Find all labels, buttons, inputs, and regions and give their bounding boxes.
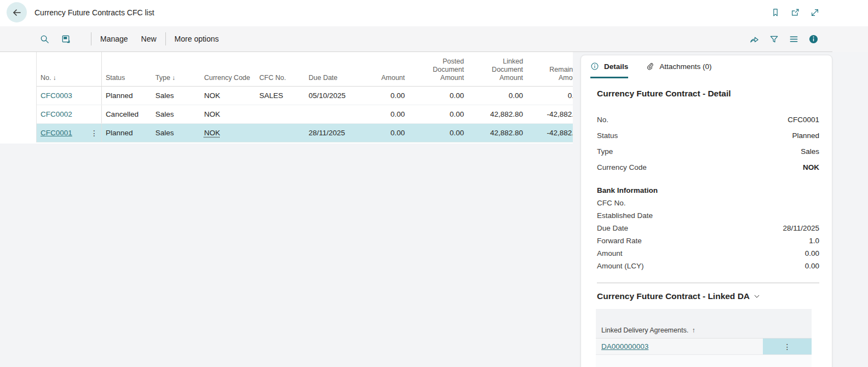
status-cell: Planned [102,129,152,137]
field-row: Status Planned [597,128,819,144]
field-value: CFC0001 [787,116,819,124]
field-label: Established Date [597,211,653,220]
currency-code-cell: NOK [200,110,256,118]
expand-icon[interactable] [810,8,820,18]
type-cell: Sales [152,129,200,137]
da-record-link[interactable]: DA000000003 [601,342,648,351]
table-row[interactable]: CFC0003 Planned Sales NOK SALES 05/10/20… [37,87,573,105]
search-icon[interactable] [39,34,50,44]
analyze-icon[interactable] [61,34,71,44]
bookmark-icon[interactable] [771,8,780,18]
due-date-cell: 05/10/2025 [305,91,364,100]
tab-details[interactable]: Details [590,62,628,78]
posted-document-amount-cell: 0.00 [405,91,464,100]
column-header-posted-document-amount[interactable]: Posted Document Amount [405,58,464,86]
due-date-cell: 28/11/2025 [305,129,364,137]
field-value: 1.0 [809,237,819,245]
sort-asc-icon: ↑ [692,326,695,334]
linked-da-table: Linked Delivery Agreements. ↑ DA00000000… [596,309,812,367]
field-row: Amount 0.00 [597,247,819,260]
field-label: CFC No. [597,199,626,207]
type-cell: Sales [152,91,200,100]
remaining-amount-cell: -42,882.80 [523,110,573,118]
manage-menu[interactable]: Manage [100,35,128,43]
open-in-new-window-icon[interactable] [790,8,800,18]
currency-drilldown[interactable]: NOK [204,129,220,137]
record-link[interactable]: CFC0002 [41,110,72,118]
back-button[interactable] [7,2,27,22]
linked-da-row[interactable]: DA000000003 ⋮ [596,339,812,355]
field-value: 0.00 [805,262,819,270]
field-row: Currency Code NOK [597,159,819,175]
column-header-cfc-no[interactable]: CFC No. [256,74,305,86]
view-options-icon[interactable] [789,34,799,44]
factbox-divider [597,283,819,283]
row-actions-cell: ⋮ [87,124,102,142]
field-label: Type [597,147,613,156]
field-value: Sales [801,147,819,156]
column-header-no[interactable]: No.↓ [37,74,87,86]
factbox-pane: Details Attachments (0) Currency Future … [580,55,832,367]
record-link[interactable]: CFC0001 [41,129,72,137]
column-header-linked-document-amount[interactable]: Linked Document Amount [464,58,523,86]
posted-document-amount-cell: 0.00 [405,110,464,118]
row-ellipsis-icon[interactable]: ⋮ [90,129,98,137]
bank-information-heading: Bank Information [597,186,658,194]
sort-desc-icon: ↓ [172,74,175,82]
record-link[interactable]: CFC0003 [41,91,72,100]
page-title: Currency Future Contracts CFC list [35,8,154,17]
toolbar-separator [91,32,91,45]
column-header-due-date[interactable]: Due Date [304,74,363,86]
field-label: Due Date [597,224,628,232]
top-bar: Currency Future Contracts CFC list [0,0,868,26]
linked-document-amount-cell: 0.00 [464,91,523,100]
field-value: Planned [792,131,819,140]
field-value: NOK [803,163,819,171]
table-header-row: No.↓ Status Type↓ Currency Code CFC No. … [37,52,573,87]
da-row-ellipsis-cell[interactable]: ⋮ [763,339,812,354]
cfc-no-cell: SALES [256,91,305,100]
paperclip-icon [646,62,654,71]
row-actions-cell [87,105,102,123]
field-row: CFC No. [597,197,819,209]
currency-code-cell: NOK [200,91,256,100]
column-header-type[interactable]: Type↓ [152,74,200,86]
status-cell: Cancelled [102,110,152,118]
type-cell: Sales [152,110,200,118]
field-value: 0.00 [805,249,819,257]
column-header-amount[interactable]: Amount [363,74,405,86]
field-row: Forward Rate 1.0 [597,234,819,247]
info-circle-icon [590,62,599,71]
info-icon[interactable] [808,34,819,44]
table-row-selected[interactable]: CFC0001 ⋮ Planned Sales NOK 28/11/2025 0… [37,124,573,142]
field-row: Amount (LCY) 0.00 [597,260,819,272]
share-icon[interactable] [749,34,760,44]
field-value: 28/11/2025 [783,224,819,232]
field-row: Type Sales [597,144,819,159]
column-header-remaining-amount[interactable]: Remaining Amount [523,66,573,86]
column-header-ellipsis [87,52,102,86]
linked-da-heading: Currency Future Contract - Linked DA [597,291,750,301]
tab-attachments[interactable]: Attachments (0) [646,62,711,78]
linked-da-table-header: Linked Delivery Agreements. ↑ [596,309,812,339]
field-label: Forward Rate [597,237,642,245]
toolbar-separator [165,32,166,45]
amount-cell: 0.00 [363,91,405,100]
field-label: Amount (LCY) [597,262,644,270]
more-options-menu[interactable]: More options [175,35,219,43]
amount-cell: 0.00 [363,110,405,118]
amount-cell: 0.00 [363,129,405,137]
field-row: Established Date [597,209,819,222]
filter-icon[interactable] [769,34,779,44]
column-header-currency-code[interactable]: Currency Code [200,74,256,86]
posted-document-amount-cell: 0.00 [405,129,464,137]
column-header-status[interactable]: Status [102,74,152,86]
remaining-amount-cell: -42,882.80 [523,129,573,137]
linked-da-row-partial [596,355,812,367]
column-header-linked-delivery-agreements[interactable]: Linked Delivery Agreements. ↑ [601,326,695,334]
arrow-left-icon [12,7,22,18]
action-bar: Manage New More options [0,26,868,52]
new-menu[interactable]: New [141,35,157,43]
table-row[interactable]: CFC0002 Cancelled Sales NOK 0.00 0.00 42… [37,105,573,124]
chevron-down-icon[interactable] [753,293,761,300]
